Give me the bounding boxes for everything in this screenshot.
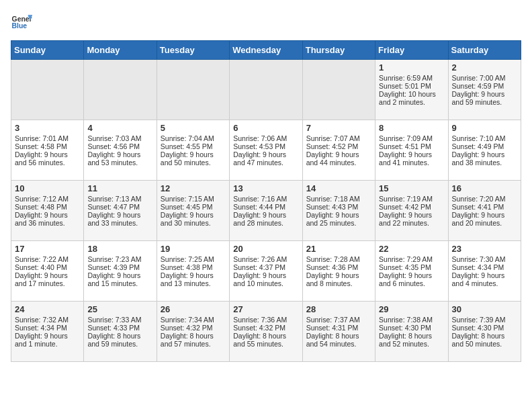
weekday-header-monday: Monday — [84, 41, 157, 60]
day-info: Daylight: 8 hours and 57 minutes. — [161, 332, 226, 348]
day-info: Sunrise: 7:23 AM — [87, 255, 152, 263]
day-info: Daylight: 8 hours and 55 minutes. — [233, 332, 298, 348]
day-number: 13 — [233, 183, 298, 193]
day-info: Daylight: 8 hours and 54 minutes. — [306, 332, 371, 348]
calendar-cell: 25Sunrise: 7:33 AMSunset: 4:33 PMDayligh… — [84, 302, 157, 362]
day-info: Sunrise: 7:09 AM — [379, 134, 444, 142]
day-info: Daylight: 9 hours and 10 minutes. — [233, 271, 298, 287]
day-info: Sunrise: 7:36 AM — [233, 316, 298, 324]
day-info: Daylight: 9 hours and 41 minutes. — [379, 150, 444, 167]
day-info: Daylight: 9 hours and 47 minutes. — [233, 150, 298, 167]
calendar-cell — [84, 60, 157, 120]
day-info: Sunset: 4:32 PM — [233, 324, 298, 332]
day-number: 2 — [452, 62, 517, 73]
day-info: Sunset: 4:58 PM — [15, 142, 80, 150]
day-info: Sunset: 4:44 PM — [233, 203, 298, 211]
day-info: Daylight: 9 hours and 6 minutes. — [379, 271, 444, 287]
day-info: Sunset: 4:36 PM — [306, 263, 371, 271]
day-info: Sunset: 4:38 PM — [161, 263, 226, 271]
day-number: 3 — [15, 123, 80, 133]
day-number: 14 — [306, 183, 371, 193]
day-info: Sunset: 4:56 PM — [87, 142, 152, 150]
day-info: Daylight: 9 hours and 30 minutes. — [161, 211, 226, 227]
day-info: Sunset: 4:30 PM — [379, 324, 444, 332]
weekday-header-thursday: Thursday — [302, 41, 375, 60]
calendar-cell: 27Sunrise: 7:36 AMSunset: 4:32 PMDayligh… — [230, 302, 302, 362]
day-info: Sunrise: 7:34 AM — [161, 316, 226, 324]
day-number: 8 — [379, 123, 444, 133]
day-info: Sunrise: 7:12 AM — [15, 195, 80, 203]
day-info: Daylight: 9 hours and 28 minutes. — [233, 211, 298, 227]
day-info: Sunrise: 7:39 AM — [452, 316, 517, 324]
day-info: Daylight: 9 hours and 13 minutes. — [161, 271, 226, 287]
day-info: Sunset: 4:55 PM — [161, 142, 226, 150]
day-info: Daylight: 9 hours and 1 minute. — [15, 332, 80, 348]
day-number: 17 — [15, 244, 80, 254]
day-number: 28 — [306, 304, 371, 314]
day-info: Sunset: 4:40 PM — [15, 263, 80, 271]
day-info: Sunset: 4:37 PM — [233, 263, 298, 271]
calendar-cell: 30Sunrise: 7:39 AMSunset: 4:30 PMDayligh… — [448, 302, 521, 362]
day-info: Sunrise: 7:33 AM — [87, 316, 152, 324]
weekday-header-friday: Friday — [375, 41, 448, 60]
calendar-cell: 4Sunrise: 7:03 AMSunset: 4:56 PMDaylight… — [84, 120, 157, 181]
calendar-cell: 9Sunrise: 7:10 AMSunset: 4:49 PMDaylight… — [448, 120, 521, 181]
weekday-header-saturday: Saturday — [448, 41, 521, 60]
calendar-cell — [230, 60, 302, 120]
calendar-cell: 21Sunrise: 7:28 AMSunset: 4:36 PMDayligh… — [302, 241, 375, 302]
day-info: Sunrise: 7:30 AM — [452, 255, 517, 263]
calendar-cell: 8Sunrise: 7:09 AMSunset: 4:51 PMDaylight… — [375, 120, 448, 181]
day-info: Sunrise: 7:07 AM — [306, 134, 371, 142]
day-info: Sunrise: 6:59 AM — [379, 74, 444, 82]
calendar-cell — [157, 60, 229, 120]
page-header: General Blue — [11, 11, 521, 32]
day-info: Daylight: 9 hours and 36 minutes. — [15, 211, 80, 227]
calendar-cell — [302, 60, 375, 120]
day-number: 30 — [452, 304, 517, 314]
day-info: Sunset: 4:47 PM — [87, 203, 152, 211]
day-info: Daylight: 9 hours and 44 minutes. — [306, 150, 371, 167]
day-number: 26 — [161, 304, 226, 314]
day-info: Sunrise: 7:20 AM — [452, 195, 517, 203]
calendar-cell: 12Sunrise: 7:15 AMSunset: 4:45 PMDayligh… — [157, 181, 229, 241]
day-info: Sunset: 4:35 PM — [379, 263, 444, 271]
calendar-cell — [11, 60, 84, 120]
day-info: Sunset: 4:49 PM — [452, 142, 517, 150]
calendar-cell: 6Sunrise: 7:06 AMSunset: 4:53 PMDaylight… — [230, 120, 302, 181]
day-info: Sunset: 4:34 PM — [15, 324, 80, 332]
day-number: 16 — [452, 183, 517, 193]
day-info: Sunrise: 7:16 AM — [233, 195, 298, 203]
calendar-table: SundayMondayTuesdayWednesdayThursdayFrid… — [11, 40, 521, 362]
day-info: Daylight: 10 hours and 2 minutes. — [379, 90, 444, 106]
day-info: Sunset: 5:01 PM — [379, 82, 444, 90]
calendar-cell: 14Sunrise: 7:18 AMSunset: 4:43 PMDayligh… — [302, 181, 375, 241]
calendar-cell: 28Sunrise: 7:37 AMSunset: 4:31 PMDayligh… — [302, 302, 375, 362]
day-info: Sunset: 4:33 PM — [87, 324, 152, 332]
calendar-cell: 19Sunrise: 7:25 AMSunset: 4:38 PMDayligh… — [157, 241, 229, 302]
day-info: Sunset: 4:52 PM — [306, 142, 371, 150]
day-info: Daylight: 9 hours and 22 minutes. — [379, 211, 444, 227]
calendar-cell: 1Sunrise: 6:59 AMSunset: 5:01 PMDaylight… — [375, 60, 448, 120]
day-info: Sunset: 4:45 PM — [161, 203, 226, 211]
day-number: 7 — [306, 123, 371, 133]
day-number: 20 — [233, 244, 298, 254]
day-info: Sunrise: 7:19 AM — [379, 195, 444, 203]
day-info: Sunset: 4:39 PM — [87, 263, 152, 271]
day-info: Sunrise: 7:22 AM — [15, 255, 80, 263]
day-info: Sunset: 4:53 PM — [233, 142, 298, 150]
day-info: Sunrise: 7:18 AM — [306, 195, 371, 203]
day-number: 12 — [161, 183, 226, 193]
svg-text:Blue: Blue — [12, 22, 28, 30]
day-info: Sunrise: 7:25 AM — [161, 255, 226, 263]
day-number: 21 — [306, 244, 371, 254]
day-number: 18 — [87, 244, 152, 254]
day-number: 10 — [15, 183, 80, 193]
calendar-cell: 18Sunrise: 7:23 AMSunset: 4:39 PMDayligh… — [84, 241, 157, 302]
day-number: 4 — [87, 123, 152, 133]
day-number: 25 — [87, 304, 152, 314]
calendar-cell: 10Sunrise: 7:12 AMSunset: 4:48 PMDayligh… — [11, 181, 84, 241]
day-info: Daylight: 9 hours and 20 minutes. — [452, 211, 517, 227]
day-info: Sunrise: 7:10 AM — [452, 134, 517, 142]
calendar-cell: 15Sunrise: 7:19 AMSunset: 4:42 PMDayligh… — [375, 181, 448, 241]
calendar-cell: 13Sunrise: 7:16 AMSunset: 4:44 PMDayligh… — [230, 181, 302, 241]
